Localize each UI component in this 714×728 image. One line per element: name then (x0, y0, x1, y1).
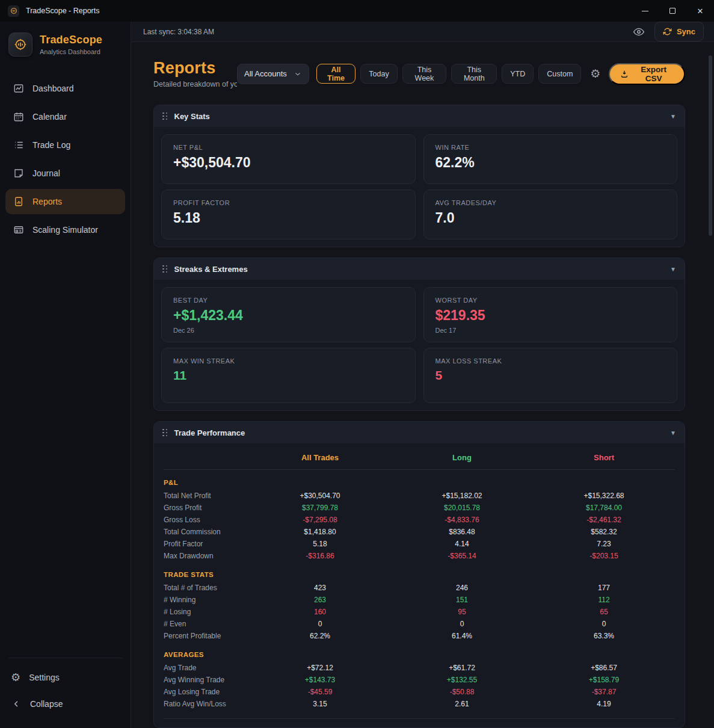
report-document-icon (13, 196, 24, 207)
table-row: Ratio Avg Win/Loss 3.15 2.61 4.19 (164, 698, 675, 710)
cell-long: +$132.55 (391, 676, 533, 684)
stat-card-profit-factor: PROFIT FACTOR 5.18 (161, 190, 416, 239)
calendar-icon (13, 111, 24, 122)
collapse-caret-icon[interactable]: ▼ (670, 266, 676, 273)
trade-performance-panel-header[interactable]: Trade Performance ▼ (154, 422, 685, 443)
column-all-trades: All Trades (249, 453, 391, 462)
stat-label: MAX LOSS STREAK (435, 357, 666, 365)
streaks-panel: Streaks & Extremes ▼ BEST DAY +$1,423.44… (153, 258, 685, 411)
table-header-row: All Trades Long Short (164, 446, 675, 470)
dashboard-chart-icon (13, 83, 24, 94)
drag-handle-icon[interactable] (162, 429, 168, 437)
trade-performance-panel: Trade Performance ▼ All Trades Long Shor… (153, 421, 685, 728)
sidebar-item-calendar[interactable]: Calendar (5, 104, 125, 129)
cell-all-trades: 263 (249, 596, 391, 604)
sync-button[interactable]: Sync (654, 22, 704, 42)
stat-label: WORST DAY (435, 297, 666, 304)
table-row: Total Net Profit +$30,504.70 +$15,182.02… (164, 490, 675, 502)
row-label: Total Net Profit (164, 492, 249, 500)
row-label: Percent Profitable (164, 632, 249, 640)
time-filter-all-time[interactable]: All Time (316, 64, 356, 84)
eye-icon[interactable] (633, 26, 645, 38)
cell-long: $20,015.78 (391, 504, 533, 512)
tradescope-logo-icon (8, 32, 32, 57)
sidebar-nav: Dashboard Calendar Trade Log Journal (0, 76, 131, 242)
table-row: Gross Loss -$7,295.08 -$4,833.76 -$2,461… (164, 514, 675, 526)
brand-subtitle: Analytics Dashboard (40, 48, 102, 55)
time-filter-this-week[interactable]: This Week (402, 64, 447, 84)
sidebar-collapse-button[interactable]: Collapse (8, 691, 122, 717)
cell-long: 95 (391, 608, 533, 616)
sidebar-item-settings[interactable]: ⚙ Settings (8, 664, 122, 691)
simulator-icon (13, 224, 24, 235)
trade-log-list-icon (13, 140, 24, 150)
cell-all-trades: 160 (249, 608, 391, 616)
stat-label: WIN RATE (435, 144, 666, 151)
journal-icon (13, 168, 24, 179)
collapse-caret-icon[interactable]: ▼ (670, 113, 676, 120)
row-label: Avg Losing Trade (164, 688, 249, 696)
stat-value: +$1,423.44 (173, 307, 404, 324)
cell-all-trades: -$7,295.08 (249, 516, 391, 524)
cell-all-trades: 423 (249, 584, 391, 592)
row-label: # Winning (164, 596, 249, 604)
sidebar-item-label: Reports (32, 197, 62, 206)
app-icon (8, 5, 19, 17)
row-label: Total # of Trades (164, 584, 249, 592)
stat-value: 5.18 (173, 210, 404, 226)
performance-table: All Trades Long Short P&L Total Net Prof… (154, 443, 685, 727)
sidebar-item-dashboard[interactable]: Dashboard (5, 76, 125, 101)
collapse-caret-icon[interactable]: ▼ (670, 430, 676, 436)
sidebar-item-journal[interactable]: Journal (5, 161, 125, 186)
table-row: Total # of Trades 423 246 177 (164, 582, 675, 594)
drag-handle-icon[interactable] (162, 113, 168, 120)
cell-all-trades: $37,799.78 (249, 504, 391, 512)
stat-value: +$30,504.70 (173, 155, 404, 171)
time-filter-ytd[interactable]: YTD (502, 64, 534, 84)
cell-short: 63.3% (533, 632, 675, 640)
export-csv-button[interactable]: Export CSV (609, 63, 685, 85)
stat-card-worst-day: WORST DAY $219.35 Dec 17 (423, 287, 678, 342)
gear-icon: ⚙ (11, 672, 20, 683)
time-filter-today[interactable]: Today (360, 64, 397, 84)
cell-short: +$15,322.68 (533, 492, 675, 500)
sidebar-item-trade-log[interactable]: Trade Log (5, 132, 125, 158)
cell-all-trades: 62.2% (249, 632, 391, 640)
reports-page: Reports Detailed breakdown of your All A… (131, 42, 714, 728)
vertical-scrollbar[interactable] (709, 55, 712, 236)
cell-short: 112 (533, 596, 675, 604)
drag-handle-icon[interactable] (162, 265, 168, 273)
cell-short: -$203.15 (533, 552, 675, 560)
stat-label: BEST DAY (173, 297, 404, 304)
stat-label: MAX WIN STREAK (173, 357, 404, 365)
cell-short: +$158.79 (533, 676, 675, 684)
table-row: Profit Factor 5.18 4.14 7.23 (164, 538, 675, 550)
row-label: Gross Profit (164, 504, 249, 512)
stat-card-max-loss-streak: MAX LOSS STREAK 5 (423, 348, 678, 403)
close-button[interactable]: ✕ (686, 0, 714, 22)
column-long: Long (391, 453, 533, 462)
row-label: Avg Trade (164, 664, 249, 672)
streaks-panel-header[interactable]: Streaks & Extremes ▼ (154, 258, 685, 280)
time-filter-this-month[interactable]: This Month (451, 64, 497, 84)
stat-label: PROFIT FACTOR (173, 199, 404, 206)
report-settings-gear-icon[interactable]: ⚙ (590, 68, 600, 79)
sidebar-item-label: Calendar (32, 112, 67, 122)
cell-short: 4.19 (533, 700, 675, 708)
maximize-button[interactable] (659, 0, 686, 22)
account-filter-select[interactable]: All Accounts (237, 64, 309, 84)
stat-card-win-rate: WIN RATE 62.2% (423, 134, 678, 184)
time-filter-custom[interactable]: Custom (538, 64, 581, 84)
row-label: Total Commission (164, 528, 249, 536)
key-stats-panel-header[interactable]: Key Stats ▼ (154, 105, 685, 127)
sidebar-item-scaling-simulator[interactable]: Scaling Simulator (5, 217, 125, 242)
sync-label: Sync (677, 27, 695, 36)
minimize-button[interactable] (631, 0, 659, 22)
stat-value: 7.0 (435, 210, 666, 226)
sidebar-item-reports[interactable]: Reports (5, 189, 125, 214)
stat-card-max-win-streak: MAX WIN STREAK 11 (161, 348, 416, 403)
main-area: Last sync: 3:04:38 AM Sync Reports Detai… (131, 22, 714, 728)
panel-title: Streaks & Extremes (174, 265, 248, 274)
stat-card-net-pnl: NET P&L +$30,504.70 (161, 134, 416, 184)
cell-all-trades: +$143.73 (249, 676, 391, 684)
